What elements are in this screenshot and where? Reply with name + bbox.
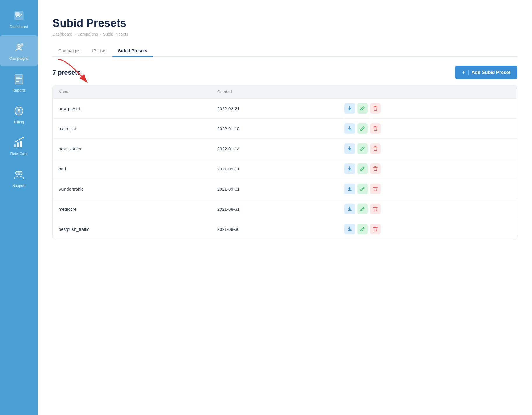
preset-name: bestpush_traffic [53,219,211,239]
col-header-name: Name [53,85,211,99]
download-button[interactable] [344,184,355,194]
preset-name: main_list [53,119,211,139]
breadcrumb-sep2: › [100,32,101,36]
add-button-label: Add Subid Preset [468,70,510,75]
preset-created: 2021-08-30 [211,219,339,239]
delete-button[interactable] [370,184,381,194]
table-row: new preset2022-02-21 [53,99,517,119]
svg-rect-13 [14,144,16,147]
preset-actions [339,179,517,199]
sidebar-item-billing[interactable]: $ Billing [0,99,38,129]
preset-name: new preset [53,99,211,119]
tab-ip-lists[interactable]: IP Lists [86,45,112,57]
delete-button[interactable] [370,163,381,174]
svg-rect-7 [16,77,20,77]
download-button[interactable] [344,204,355,214]
sidebar-item-dashboard[interactable]: Dashboard [0,3,38,34]
edit-button[interactable] [357,143,368,154]
add-subid-preset-button[interactable]: + Add Subid Preset [455,66,517,79]
svg-point-2 [21,14,22,15]
table-row: bestpush_traffic2021-08-30 [53,219,517,239]
preset-name: best_zones [53,139,211,159]
table-row: main_list2022-01-18 [53,119,517,139]
download-button[interactable] [344,163,355,174]
delete-button[interactable] [370,204,381,214]
tab-subid-presets[interactable]: Subid Presets [112,45,153,57]
download-button[interactable] [344,224,355,234]
main-content: Subid Presets Dashboard › Campaigns › Su… [38,0,532,415]
toolbar: 7 presets + Add Subid Preset [52,66,517,79]
preset-created: 2021-09-01 [211,159,339,179]
edit-button[interactable] [357,123,368,134]
preset-actions [339,199,517,219]
col-header-created: Created [211,85,339,99]
table-row: best_zones2022-01-14 [53,139,517,159]
page-title: Subid Presets [52,17,517,29]
svg-rect-1 [15,12,20,16]
sidebar-item-rate-card[interactable]: Rate Card [0,131,38,161]
breadcrumb-sep1: › [74,32,76,36]
svg-rect-14 [17,142,19,147]
download-button[interactable] [344,123,355,134]
svg-rect-8 [16,78,22,79]
preset-actions [339,219,517,239]
edit-button[interactable] [357,184,368,194]
tab-campaigns[interactable]: Campaigns [52,45,86,57]
preset-actions [339,119,517,139]
preset-name: bad [53,159,211,179]
download-button[interactable] [344,103,355,114]
delete-button[interactable] [370,143,381,154]
preset-actions [339,159,517,179]
edit-button[interactable] [357,224,368,234]
dashboard-icon [12,9,26,23]
edit-button[interactable] [357,163,368,174]
delete-button[interactable] [370,123,381,134]
edit-button[interactable] [357,204,368,214]
delete-button[interactable] [370,224,381,234]
preset-name: mediocre [53,199,211,219]
billing-icon: $ [12,104,26,118]
campaigns-icon [12,41,26,54]
svg-rect-9 [16,80,21,80]
svg-rect-15 [20,141,22,147]
table-row: wundertraffic2021-09-01 [53,179,517,199]
svg-point-16 [22,137,24,138]
breadcrumb-campaigns: Campaigns [77,32,98,36]
edit-button[interactable] [357,103,368,114]
preset-created: 2021-08-31 [211,199,339,219]
preset-created: 2022-02-21 [211,99,339,119]
preset-actions [339,99,517,119]
table-header-row: Name Created [53,85,517,99]
sidebar: Dashboard Campaigns Reports [0,0,38,415]
plus-icon: + [462,69,466,76]
presets-count: 7 presets [52,69,81,76]
support-icon [12,168,26,182]
table-row: mediocre2021-08-31 [53,199,517,219]
rate-card-icon [12,136,26,150]
preset-actions [339,139,517,159]
svg-point-18 [19,171,22,175]
tabs: Campaigns IP Lists Subid Presets [52,45,517,57]
sidebar-item-support[interactable]: Support [0,162,38,193]
sidebar-item-campaigns[interactable]: Campaigns [0,35,38,66]
svg-text:$: $ [18,108,20,113]
preset-created: 2022-01-14 [211,139,339,159]
presets-table: Name Created new preset2022-02-21main_li… [52,85,517,239]
reports-icon [12,72,26,86]
svg-rect-6 [15,75,23,84]
delete-button[interactable] [370,103,381,114]
preset-name: wundertraffic [53,179,211,199]
breadcrumb: Dashboard › Campaigns › Subid Presets [52,32,517,36]
preset-created: 2022-01-18 [211,119,339,139]
breadcrumb-dashboard: Dashboard [52,32,73,36]
table-row: bad2021-09-01 [53,159,517,179]
breadcrumb-current: Subid Presets [103,32,128,36]
col-header-actions [339,85,517,99]
download-button[interactable] [344,143,355,154]
svg-rect-10 [16,81,19,82]
preset-created: 2021-09-01 [211,179,339,199]
svg-point-4 [18,46,20,47]
sidebar-item-reports[interactable]: Reports [0,67,38,98]
